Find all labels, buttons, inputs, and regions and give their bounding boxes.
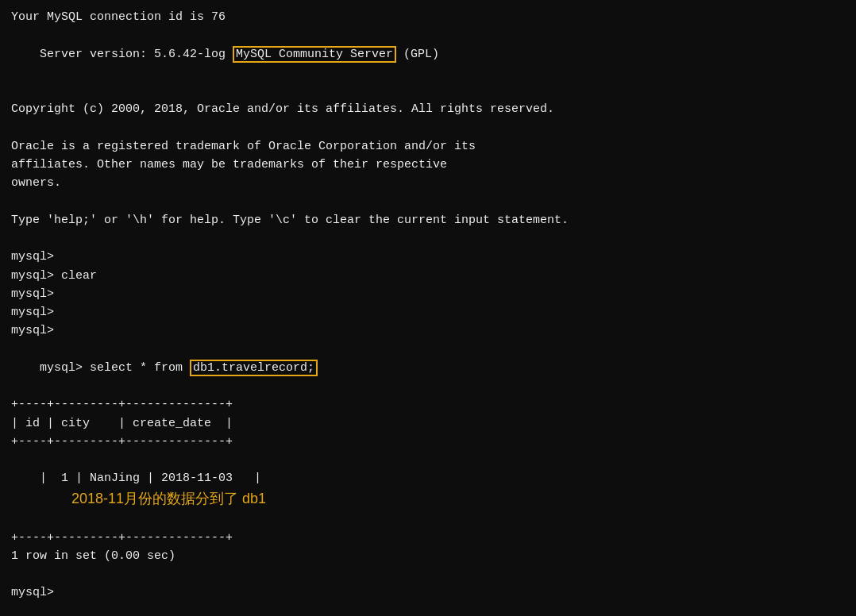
prompt1: mysql> [11, 248, 845, 266]
table1-row1: | 1 | NanJing | 2018-11-03 | 2018-11月份的数… [11, 451, 845, 529]
select-db2-line: mysql> select * from db2.travelrecord; [11, 603, 845, 616]
table1-header: | id | city | create_date | [11, 414, 845, 433]
select-db1-line: mysql> select * from db1.travelrecord; [11, 341, 845, 396]
terminal-output: Your MySQL connection id is 76 Server ve… [11, 8, 845, 616]
blank5 [11, 565, 845, 583]
oracle-trademark2: affiliates. Other names may be trademark… [11, 156, 845, 174]
server-version-prefix: Server version: 5.6.42-log [40, 48, 233, 61]
copyright-line: Copyright (c) 2000, 2018, Oracle and/or … [11, 100, 845, 118]
table1-rowcount: 1 row in set (0.00 sec) [11, 547, 845, 565]
db1-table-highlight: db1.travelrecord; [190, 360, 318, 376]
server-version-line: Server version: 5.6.42-log MySQL Communi… [11, 26, 845, 82]
table1-bottom-border: +----+---------+--------------+ [11, 529, 845, 547]
help-line: Type 'help;' or '\h' for help. Type '\c'… [11, 211, 845, 229]
prompt4: mysql> [11, 321, 845, 340]
oracle-trademark3: owners. [11, 174, 845, 192]
mysql-community-server-highlight: MySQL Community Server [233, 46, 396, 63]
cmd-clear: mysql> clear [11, 267, 845, 285]
table1-header-border: +----+---------+--------------+ [11, 433, 845, 451]
table1-row1-data: | 1 | NanJing | 2018-11-03 | [40, 472, 261, 485]
blank3 [11, 193, 845, 211]
blank1 [11, 82, 845, 100]
blank4 [11, 229, 845, 248]
select-db1-prefix: mysql> select * from [40, 361, 190, 375]
oracle-trademark1: Oracle is a registered trademark of Orac… [11, 137, 845, 156]
server-version-suffix: (GPL) [396, 48, 439, 61]
table1-top-border: +----+---------+--------------+ [11, 395, 845, 414]
prompt5: mysql> [11, 583, 845, 602]
prompt3: mysql> [11, 303, 845, 321]
db1-annotation: 2018-11月份的数据分到了 db1 [71, 491, 266, 506]
connection-id-line: Your MySQL connection id is 76 [11, 8, 845, 26]
prompt2: mysql> [11, 285, 845, 303]
blank2 [11, 119, 845, 137]
